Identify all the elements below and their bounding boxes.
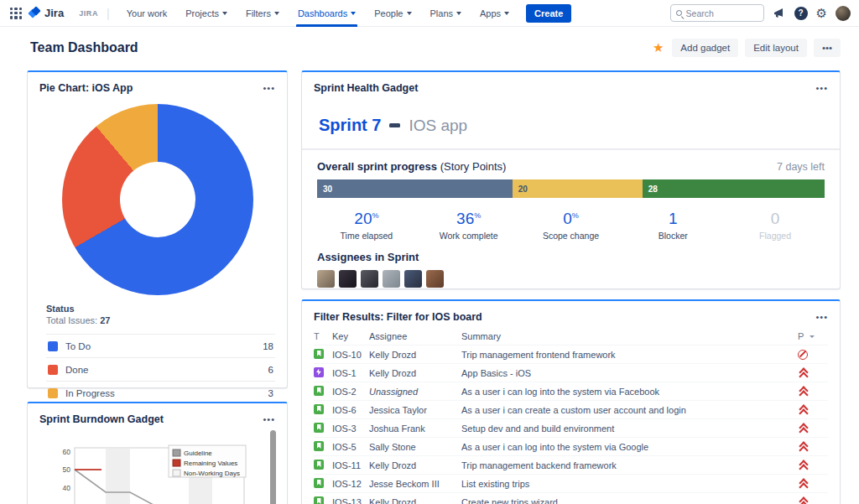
sprint-state-icon: [389, 123, 400, 127]
favorite-star-icon[interactable]: ★: [653, 40, 664, 55]
table-row[interactable]: IOS-13 Kelly Drozd Create new trips wiza…: [314, 492, 828, 504]
chevron-down-icon: [274, 12, 279, 15]
app-switcher-icon[interactable]: [10, 8, 22, 19]
page-header: Team Dashboard ★ Add gadget Edit layout …: [0, 27, 859, 57]
priority-icon: [798, 479, 808, 489]
gadget-title: Sprint Health Gadget: [314, 82, 418, 94]
svg-text:Guideline: Guideline: [184, 449, 212, 457]
gadget-more-icon[interactable]: •••: [815, 312, 828, 322]
non-working-band: [106, 449, 130, 504]
table-row[interactable]: IOS-10 Kelly Drozd Trip management front…: [314, 345, 828, 363]
priority-icon: [798, 387, 808, 397]
assignee-avatars: [317, 270, 826, 288]
nav-item-projects[interactable]: Projects: [177, 0, 236, 27]
page-title: Team Dashboard: [30, 40, 138, 55]
table-row[interactable]: IOS-11 Kelly Drozd Trip management backe…: [314, 455, 828, 474]
jira-logo[interactable]: Jira: [29, 7, 64, 19]
progress-segment-done[interactable]: 28: [643, 179, 825, 198]
nav-item-filters[interactable]: Filters: [237, 0, 288, 27]
status-heading: Status: [46, 304, 275, 314]
divider: [302, 148, 840, 150]
nav-divider: |: [107, 7, 110, 20]
done-swatch: [48, 365, 58, 375]
legend-row-done[interactable]: Done 6: [46, 357, 275, 381]
priority-icon: [798, 497, 808, 504]
gadget-scrollbar[interactable]: [270, 430, 276, 504]
table-row[interactable]: IOS-3 Joshua Frank Setup dev and and bui…: [314, 418, 828, 437]
table-row[interactable]: IOS-6 Jessica Taylor As a user i can cre…: [314, 400, 828, 418]
announcement-icon[interactable]: [773, 7, 786, 20]
jira-logo-text: Jira: [44, 7, 64, 19]
gadget-more-icon[interactable]: •••: [263, 414, 275, 424]
inprogress-swatch: [48, 388, 58, 398]
edit-layout-button[interactable]: Edit layout: [745, 39, 807, 57]
nav-item-apps[interactable]: Apps: [471, 0, 518, 27]
assignee-avatar[interactable]: [404, 270, 422, 288]
issue-type-icon: [314, 441, 324, 451]
svg-text:Non-Working Days: Non-Working Days: [184, 470, 240, 477]
help-icon[interactable]: ?: [794, 7, 808, 20]
assignee-avatar[interactable]: [317, 270, 335, 288]
col-key[interactable]: Key: [332, 331, 369, 341]
priority-icon: [798, 368, 808, 378]
search-box[interactable]: [670, 4, 764, 22]
progress-segment-inprogress[interactable]: 20: [513, 179, 643, 198]
priority-icon: [798, 350, 808, 360]
col-type[interactable]: T: [314, 331, 332, 341]
gadget-title: Sprint Burndown Gadget: [39, 413, 164, 425]
stat-time-elapsed: 20% Time elapsed: [315, 210, 418, 241]
assignee-avatar[interactable]: [426, 270, 444, 288]
y-tick: 50: [63, 465, 71, 474]
issue-type-icon: [314, 349, 324, 359]
gadget-more-icon[interactable]: •••: [263, 83, 275, 93]
nav-item-dashboards[interactable]: Dashboards: [289, 0, 364, 27]
create-button[interactable]: Create: [526, 4, 571, 23]
chevron-down-icon: [504, 12, 509, 15]
board-name: IOS app: [409, 117, 467, 135]
sprint-name-link[interactable]: Sprint 7: [319, 116, 381, 135]
table-row[interactable]: IOS-5 Sally Stone As a user i can log in…: [314, 437, 828, 455]
progress-segment-todo[interactable]: 30: [317, 179, 513, 198]
stat-scope-change: 0% Scope change: [520, 210, 622, 241]
dashboard-more-button[interactable]: •••: [814, 39, 841, 57]
nav-item-people[interactable]: People: [366, 0, 419, 27]
project-label: JIRA: [79, 9, 98, 18]
assignee-avatar[interactable]: [383, 270, 400, 288]
stat-work-complete: 36% Work complete: [418, 210, 520, 241]
sort-chevron-icon: [810, 335, 815, 338]
sprint-burndown-gadget: Sprint Burndown Gadget ••• 60 50 40 30 S…: [27, 402, 288, 504]
todo-swatch: [48, 341, 58, 351]
nav-item-your-work[interactable]: Your work: [118, 0, 176, 27]
chart-legend: Guideline Remaining Values Non-Working D…: [169, 445, 246, 477]
filter-results-gadget: Filter Results: Filter for IOS board •••…: [301, 299, 841, 504]
top-navigation: Jira JIRA | Your work Projects Filters D…: [0, 0, 859, 27]
issue-type-icon: [314, 367, 324, 377]
chevron-down-icon: [407, 12, 412, 15]
y-tick: 40: [63, 484, 71, 492]
total-issues: Total Issues: 27: [46, 315, 275, 325]
assignee-avatar[interactable]: [361, 270, 378, 288]
assignee-avatar[interactable]: [339, 270, 357, 288]
table-row[interactable]: IOS-2 Unassigned As a user i can log int…: [314, 382, 828, 400]
gadget-title: Pie Chart: iOS App: [39, 82, 133, 94]
col-summary[interactable]: Summary: [461, 331, 798, 341]
user-avatar[interactable]: [836, 6, 851, 21]
legend-row-todo[interactable]: To Do 18: [46, 334, 275, 357]
add-gadget-button[interactable]: Add gadget: [672, 39, 738, 57]
status-donut-chart[interactable]: [62, 104, 253, 295]
gadget-more-icon[interactable]: •••: [815, 83, 828, 93]
gadget-title: Filter Results: Filter for IOS board: [314, 311, 482, 323]
issue-type-icon: [314, 496, 324, 504]
col-priority[interactable]: P: [798, 331, 828, 341]
table-row[interactable]: IOS-1 Kelly Drozd App Basics - iOS: [314, 363, 828, 382]
settings-gear-icon[interactable]: ⚙: [816, 7, 827, 20]
col-assignee[interactable]: Assignee: [369, 331, 461, 341]
filter-results-table: T Key Assignee Summary P IOS-10 Kelly Dr…: [302, 328, 840, 504]
progress-label: Overall sprint progress (Story Points): [317, 160, 506, 173]
table-row[interactable]: IOS-12 Jesse Beckom III List existing tr…: [314, 474, 828, 492]
sprint-progress-bar: 30 20 28: [317, 179, 825, 198]
search-input[interactable]: [686, 8, 758, 18]
chevron-down-icon: [456, 12, 461, 15]
jira-logo-icon: [29, 7, 41, 19]
nav-item-plans[interactable]: Plans: [422, 0, 471, 27]
